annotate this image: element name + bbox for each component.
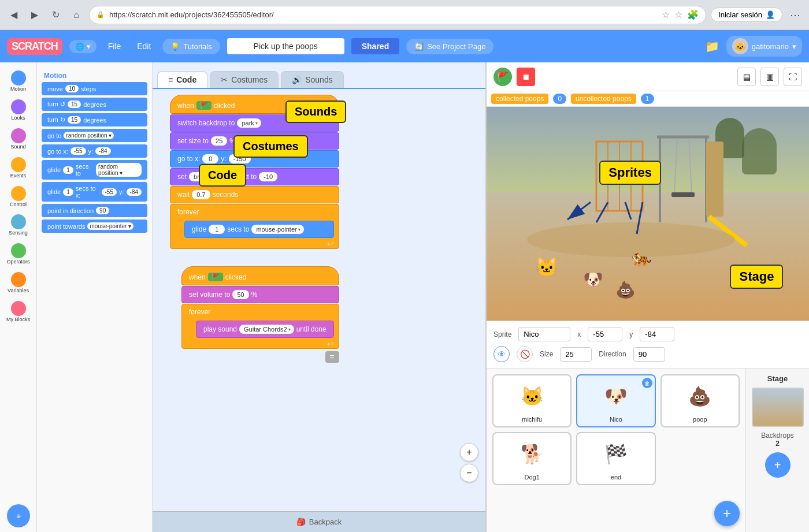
palette-block-goto-random[interactable]: go to random position ▾: [42, 129, 147, 142]
username-label: gatitomario: [752, 42, 789, 51]
sprite-thumb-dog1[interactable]: 🐕 Dog1: [492, 432, 572, 485]
block-set-brightness[interactable]: set brightness ▾ effect to -10: [170, 168, 339, 185]
sound-dot: [11, 128, 26, 143]
tutorials-button[interactable]: 💡 Tutorials: [162, 39, 220, 54]
home-button[interactable]: ⌂: [68, 7, 84, 23]
folder-icon[interactable]: 📁: [705, 39, 719, 53]
block-set-volume[interactable]: set volume to 50 %: [181, 286, 339, 303]
workspace-canvas[interactable]: when 🚩 clicked switch backdrop to park ▾…: [153, 89, 485, 511]
motion-dot: [11, 70, 26, 85]
code-workspace[interactable]: when 🚩 clicked switch backdrop to park ▾…: [153, 89, 485, 532]
block-switch-backdrop[interactable]: switch backdrop to park ▾: [170, 114, 339, 132]
zoom-in-button[interactable]: +: [460, 443, 478, 462]
stop-button[interactable]: ⏹: [517, 68, 535, 86]
block-categories-sidebar: Motion Looks Sound Events Control Sensin…: [0, 62, 37, 532]
sprite-thumb-poop[interactable]: 💩 poop: [660, 374, 740, 427]
palette-block-turn-ccw[interactable]: turn ↺ 15 degrees: [42, 98, 147, 111]
bookmark-icon[interactable]: ☆: [662, 9, 670, 20]
block-forever-2[interactable]: forever play sound Guitar Chords2 ▾ unti…: [181, 304, 339, 349]
block-forever-1[interactable]: forever glide 1 secs to mouse-pointer ▾: [170, 204, 339, 249]
sprite-thumb-nico[interactable]: 🗑 🐶 Nico: [576, 374, 655, 427]
palette-block-turn-cw[interactable]: turn ↻ 15 degrees: [42, 113, 147, 127]
block-wait[interactable]: wait 0.7 seconds: [170, 186, 339, 203]
x-coord-input[interactable]: [588, 327, 622, 341]
palette-block-move[interactable]: move 10 steps: [42, 82, 147, 95]
block-palette: Motion move 10 steps turn ↺ 15 degrees t…: [37, 62, 153, 532]
sprites-area: 🐱 michifu 🗑 🐶 Nico 💩 poop 🐕 Dog1: [487, 369, 809, 532]
stage-background: 🐱 🐶 🐅 💩 Sprites Stage: [487, 107, 809, 321]
fullscreen-button[interactable]: ⛶: [784, 68, 802, 86]
shared-button[interactable]: Shared: [351, 38, 399, 54]
palette-block-glide-xy[interactable]: glide 1 secs to x: -55 y: -84: [42, 182, 147, 202]
block-when-flag-2[interactable]: when 🚩 clicked: [181, 266, 339, 285]
category-control[interactable]: Control: [1, 184, 36, 210]
sound-label: Sound: [10, 144, 25, 150]
green-flag-button[interactable]: 🚩: [493, 68, 512, 86]
sprite-name-input[interactable]: [518, 327, 570, 341]
block-glide-mouse[interactable]: glide 1 secs to mouse-pointer ▾: [184, 221, 334, 238]
palette-block-glide-random[interactable]: glide 1 secs to random position ▾: [42, 160, 147, 180]
address-bar[interactable]: 🔒 https://scratch.mit.edu/projects/36245…: [89, 6, 706, 24]
back-button[interactable]: ◀: [6, 7, 22, 23]
add-sprite-button[interactable]: +: [714, 501, 740, 526]
signin-button[interactable]: Iniciar sesión 👤: [711, 8, 782, 22]
block-stack-2: when 🚩 clicked set volume to 50 % foreve…: [181, 266, 339, 363]
sprite-img-end: 🏁: [599, 437, 633, 471]
category-variables[interactable]: Variables: [1, 270, 36, 296]
add-backdrop-button[interactable]: +: [765, 452, 791, 478]
sprite-delete-nico[interactable]: 🗑: [642, 378, 652, 388]
category-operators[interactable]: Operators: [1, 241, 36, 267]
palette-block-goto-xy[interactable]: go to x: -55 y: -84: [42, 144, 147, 158]
zoom-controls: + −: [460, 443, 478, 482]
category-sensing[interactable]: Sensing: [1, 212, 36, 239]
category-motion[interactable]: Motion: [1, 68, 36, 95]
category-looks[interactable]: Looks: [1, 97, 36, 124]
readinglist-icon[interactable]: ☆: [674, 9, 682, 20]
block-when-flag-1[interactable]: when 🚩 clicked: [170, 95, 339, 114]
add-extension-button[interactable]: ⊕: [7, 504, 30, 527]
control-label: Control: [10, 202, 27, 208]
block-play-sound[interactable]: play sound Guitar Chords2 ▾ until done: [196, 321, 334, 338]
backpack-label: Backpack: [309, 518, 342, 526]
forever-tail-icon-2: ↩: [327, 339, 334, 348]
user-menu[interactable]: 🐱 gatitomario ▾: [726, 36, 802, 57]
palette-section-motion: Motion: [42, 72, 147, 80]
direction-input[interactable]: [633, 347, 665, 362]
extensions-icon[interactable]: 🧩: [687, 9, 699, 20]
collected-poops-label: collected poops: [491, 94, 548, 104]
tab-costumes[interactable]: ✂ Costumes: [210, 71, 279, 88]
svg-rect-6: [706, 142, 723, 217]
sprite-thumb-end[interactable]: 🏁 end: [576, 432, 655, 485]
refresh-button[interactable]: ↻: [47, 7, 64, 23]
edit-menu[interactable]: Edit: [132, 39, 155, 53]
y-coord-label: y: [629, 330, 633, 338]
stage-canvas[interactable]: 🐱 🐶 🐅 💩 Sprites Stage: [487, 107, 809, 321]
show-sprite-button[interactable]: 👁: [493, 346, 510, 362]
category-events[interactable]: Events: [1, 155, 36, 181]
block-set-size[interactable]: set size to 25 %: [170, 132, 339, 150]
tab-sounds[interactable]: 🔊 Sounds: [281, 71, 343, 88]
zoom-out-button[interactable]: −: [460, 464, 478, 482]
palette-block-point-direction[interactable]: point in direction 90: [42, 204, 147, 217]
palette-block-point-towards[interactable]: point towards mouse-pointer ▾: [42, 220, 147, 233]
hide-sprite-button[interactable]: 🚫: [517, 346, 533, 362]
size-input[interactable]: [560, 347, 592, 362]
see-project-button[interactable]: 🔄 See Project Page: [406, 39, 493, 54]
tab-code[interactable]: ≡ Code: [157, 71, 207, 88]
project-title-input[interactable]: [227, 38, 344, 54]
backpack-bar[interactable]: 🎒 Backpack: [153, 511, 485, 532]
y-coord-input[interactable]: [640, 327, 674, 341]
block-goto-xy[interactable]: go to x: 0 y: -150: [170, 150, 339, 168]
layout-narrow-button[interactable]: ▤: [737, 68, 756, 86]
file-menu[interactable]: File: [103, 39, 126, 53]
sprite-thumb-michifu[interactable]: 🐱 michifu: [492, 374, 572, 427]
category-myblocks[interactable]: My Blocks: [1, 299, 36, 325]
language-button[interactable]: 🌐 ▾: [69, 40, 97, 53]
category-sound[interactable]: Sound: [1, 126, 36, 152]
stage-thumbnail[interactable]: [752, 388, 804, 427]
forward-button[interactable]: ▶: [27, 7, 43, 23]
stage-header: 🚩 ⏹ ▤ ▥ ⛶: [487, 62, 809, 91]
layout-wide-button[interactable]: ▥: [760, 68, 779, 86]
control-dot: [11, 186, 26, 201]
more-options-button[interactable]: ⋯: [787, 7, 803, 23]
